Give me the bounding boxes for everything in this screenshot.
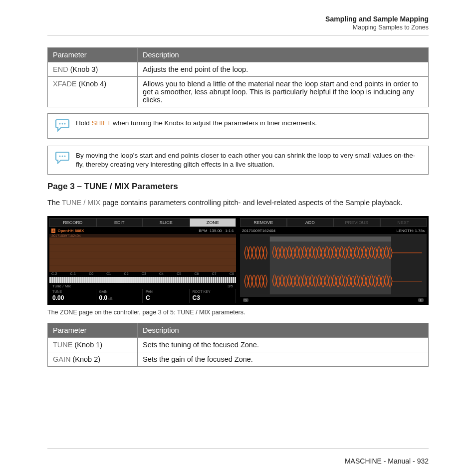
start-marker[interactable]: S [243, 298, 248, 302]
param-desc: Allows you to blend a little of the mate… [138, 77, 429, 107]
section-heading: Page 3 – TUNE / MIX Parameters [47, 182, 429, 192]
tab-slice[interactable]: SLICE [143, 218, 190, 227]
tip-box-shift: Hold SHIFT when turning the Knobs to adj… [47, 113, 429, 139]
tab-previous: PREVIOUS [333, 218, 380, 227]
speech-bubble-icon [55, 151, 70, 166]
table-row: GAIN (Knob 2) Sets the gain of the focus… [48, 352, 429, 367]
knob-rootkey[interactable]: ROOT KEYC3 [190, 289, 237, 303]
parameter-table-loop: Parameter Description END (Knob 3) Adjus… [47, 47, 429, 107]
length-value: 1.78s [415, 229, 425, 233]
svg-point-1 [62, 123, 63, 125]
param-desc: Sets the gain of the focused Zone. [138, 352, 429, 367]
param-name: GAIN [53, 355, 70, 363]
tab-edit[interactable]: EDIT [96, 218, 143, 227]
th-description: Description [138, 48, 429, 62]
svg-point-2 [64, 123, 66, 125]
th-parameter: Parameter [48, 48, 138, 62]
header-title: Sampling and Sample Mapping [25, 15, 429, 23]
param-desc: Sets the tuning of the focused Zone. [138, 338, 429, 352]
svg-point-5 [64, 156, 66, 157]
param-name: XFADE [53, 80, 77, 88]
page-footer: MASCHINE - Manual - 932 [345, 457, 429, 465]
sample-name: OpenHH 808X [57, 229, 84, 233]
table-row: XFADE (Knob 4) Allows you to blend a lit… [48, 77, 429, 107]
knob-gain[interactable]: GAIN0.0dB [96, 289, 143, 303]
figure-caption: The ZONE page on the controller, page 3 … [47, 309, 429, 316]
tab-record[interactable]: RECORD [49, 218, 96, 227]
tune-mix-term: TUNE / MIX [62, 199, 100, 207]
octave-labels: C-2C-1C0C1C2C3C4C5C6C7C8 [49, 272, 236, 277]
param-knob: (Knob 2) [70, 355, 100, 363]
svg-point-4 [62, 156, 63, 157]
filename-label: 20171009T162404 [242, 229, 275, 233]
svg-rect-11 [270, 237, 391, 294]
bpm-label: BPM [199, 229, 207, 233]
position: 1:1:1 [225, 229, 234, 233]
th-description: Description [138, 323, 429, 338]
tab-zone[interactable]: ZONE [190, 218, 237, 227]
page-header: Sampling and Sample Mapping Mapping Samp… [25, 15, 451, 31]
end-marker[interactable]: E [418, 298, 424, 302]
length-label: LENGTH: [397, 229, 414, 233]
shift-key-label: SHIFT [92, 119, 111, 127]
tip-text-post: when turning the Knobs to adjust the par… [111, 119, 317, 127]
param-knob: (Knob 1) [72, 341, 102, 349]
th-parameter: Parameter [48, 323, 138, 338]
footer-rule [47, 449, 429, 449]
knob-tune[interactable]: TUNE0.00 [49, 289, 96, 303]
waveform-area[interactable] [240, 234, 427, 297]
keyboard-strip[interactable] [49, 277, 236, 283]
param-desc: Adjusts the end point of the loop. [138, 62, 429, 77]
header-subtitle: Mapping Samples to Zones [25, 24, 429, 31]
knob-pan[interactable]: PANC [143, 289, 190, 303]
header-rule [47, 35, 429, 35]
tip-text-pre: Hold [76, 119, 92, 127]
section-intro: The TUNE / MIX page contains parameters … [47, 198, 429, 208]
svg-rect-12 [270, 237, 391, 241]
tip-box-glitch: By moving the loop's start and end point… [47, 146, 429, 175]
table-row: END (Knob 3) Adjusts the end point of th… [48, 62, 429, 77]
sample-index-badge: 4 [51, 229, 55, 233]
parameter-table-tunemix: Parameter Description TUNE (Knob 1) Sets… [47, 323, 429, 367]
tip-text: By moving the loop's start and end point… [76, 151, 421, 169]
svg-rect-6 [49, 238, 236, 272]
mode-label: Tune / Mix [52, 284, 71, 288]
tab-remove[interactable]: REMOVE [240, 218, 287, 227]
svg-point-3 [59, 156, 61, 157]
controller-right-panel: REMOVE ADD PREVIOUS NEXT 20171009T162404… [240, 218, 427, 303]
zone-map-area[interactable] [49, 238, 236, 272]
controller-screenshot: RECORD EDIT SLICE ZONE 4OpenHH 808X BPM … [47, 216, 429, 305]
timecode-label: 20171009T162404 [49, 234, 236, 238]
tab-next: NEXT [380, 218, 427, 227]
param-name: TUNE [53, 341, 72, 349]
tab-add[interactable]: ADD [287, 218, 334, 227]
speech-bubble-icon [55, 119, 70, 133]
page-indicator: 3/5 [228, 284, 233, 288]
table-row: TUNE (Knob 1) Sets the tuning of the foc… [48, 338, 429, 352]
svg-point-0 [59, 123, 61, 125]
param-name: END [53, 65, 68, 73]
bpm-value: 135.00 [210, 229, 222, 233]
param-knob: (Knob 3) [68, 65, 98, 73]
controller-left-panel: RECORD EDIT SLICE ZONE 4OpenHH 808X BPM … [49, 218, 236, 303]
param-knob: (Knob 4) [77, 80, 107, 88]
